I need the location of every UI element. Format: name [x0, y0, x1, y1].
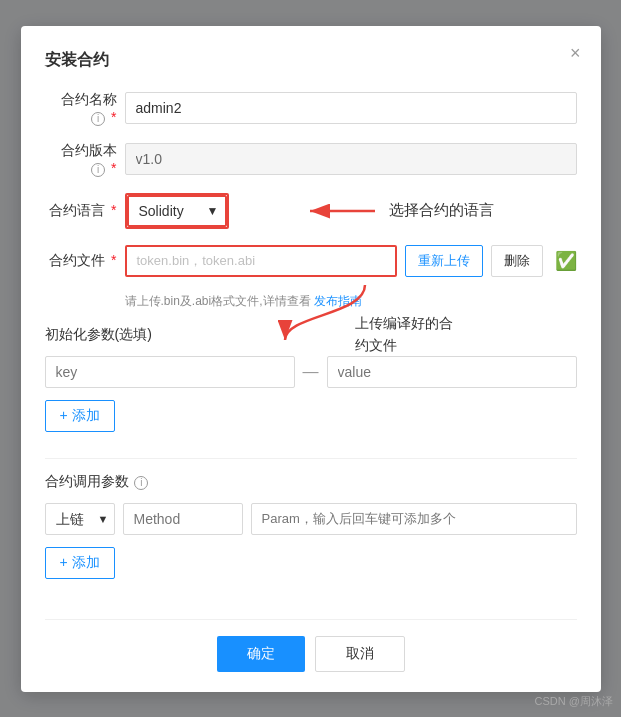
invoke-params-row: 上链 查询 ▼ [45, 503, 577, 535]
file-input-display: token.bin，token.abi [125, 245, 397, 277]
chain-type-select[interactable]: 上链 查询 [45, 503, 115, 535]
file-hint-text: 请上传.bin及.abi格式文件,详情查看 发布指南 [125, 293, 577, 310]
cancel-button[interactable]: 取消 [315, 636, 405, 672]
init-params-row: — [45, 356, 577, 388]
check-icon: ✅ [555, 250, 577, 272]
init-add-button[interactable]: + 添加 [45, 400, 115, 432]
dash-separator: — [303, 363, 319, 381]
contract-file-label: 合约文件 * [45, 252, 125, 270]
guide-link[interactable]: 发布指南 [314, 294, 362, 308]
contract-language-row: 合约语言 * Solidity Go Rust ▼ [45, 193, 577, 229]
file-upload-area: token.bin，token.abi 重新上传 删除 ✅ [125, 245, 577, 277]
reupload-button[interactable]: 重新上传 [405, 245, 483, 277]
dialog-overlay: 安装合约 × 合约名称 i * 合约版本 i * 合约语言 * [0, 0, 621, 717]
contract-name-row: 合约名称 i * [45, 91, 577, 126]
init-key-input[interactable] [45, 356, 295, 388]
contract-language-label: 合约语言 * [45, 202, 125, 220]
info-icon-invoke[interactable]: i [134, 476, 148, 490]
lang-annotation-text: 选择合约的语言 [389, 201, 494, 220]
info-icon-name[interactable]: i [91, 112, 105, 126]
lang-arrow-icon [305, 199, 385, 223]
init-value-input[interactable] [327, 356, 577, 388]
contract-file-row: 合约文件 * token.bin，token.abi 重新上传 删除 ✅ [45, 245, 577, 277]
close-button[interactable]: × [570, 44, 581, 62]
contract-language-select[interactable]: Solidity Go Rust [127, 195, 227, 227]
dialog-footer: 确定 取消 [45, 619, 577, 672]
confirm-button[interactable]: 确定 [217, 636, 305, 672]
init-params-title: 初始化参数(选填) [45, 326, 577, 344]
invoke-add-button[interactable]: + 添加 [45, 547, 115, 579]
init-params-section: 初始化参数(选填) — + 添加 [45, 326, 577, 448]
contract-version-label: 合约版本 i * [45, 142, 125, 177]
info-icon-version[interactable]: i [91, 163, 105, 177]
contract-version-input[interactable] [125, 143, 577, 175]
install-contract-dialog: 安装合约 × 合约名称 i * 合约版本 i * 合约语言 * [21, 26, 601, 692]
language-select-wrapper: Solidity Go Rust ▼ [125, 193, 229, 229]
invoke-params-section: 合约调用参数 i 上链 查询 ▼ + 添加 [45, 473, 577, 595]
method-input[interactable] [123, 503, 243, 535]
section-divider [45, 458, 577, 459]
dialog-title: 安装合约 [45, 50, 577, 71]
contract-name-label: 合约名称 i * [45, 91, 125, 126]
param-input[interactable] [251, 503, 577, 535]
invoke-params-title: 合约调用参数 i [45, 473, 577, 491]
chain-select-wrapper: 上链 查询 ▼ [45, 503, 115, 535]
delete-button[interactable]: 删除 [491, 245, 543, 277]
watermark: CSDN @周沐泽 [535, 694, 613, 709]
contract-name-input[interactable] [125, 92, 577, 124]
contract-version-row: 合约版本 i * [45, 142, 577, 177]
